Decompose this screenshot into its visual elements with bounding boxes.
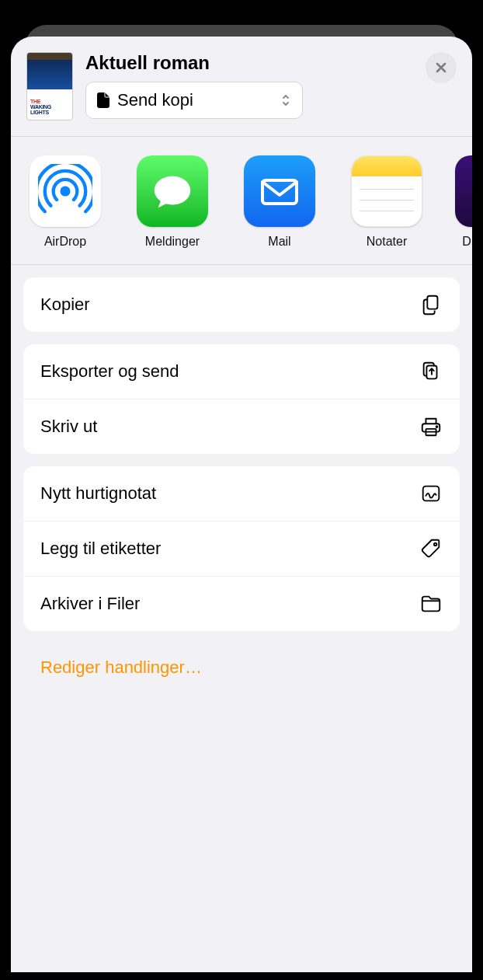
folder-icon: [419, 592, 443, 616]
share-target-notes[interactable]: Notater: [348, 155, 426, 249]
notes-icon: [351, 155, 422, 227]
share-target-next[interactable]: D: [455, 155, 472, 249]
svg-rect-2: [427, 296, 437, 309]
app-label: Meldinger: [145, 235, 200, 249]
header-main: Aktuell roman Send kopi: [85, 52, 457, 119]
print-icon: [419, 415, 443, 438]
actions-area: Kopier Eksporter og send: [11, 265, 472, 693]
svg-rect-1: [262, 180, 297, 204]
chevron-up-down-icon: [280, 92, 291, 108]
next-app-icon: [455, 155, 472, 227]
app-label: D: [462, 235, 471, 249]
action-save-files[interactable]: Arkiver i Filer: [23, 576, 460, 631]
app-label: Mail: [268, 235, 290, 249]
sheet-header: THEWAKINGLIGHTS Aktuell roman Send kopi: [11, 37, 472, 137]
dropdown-label: Send kopi: [117, 90, 273, 110]
airdrop-icon: [30, 155, 101, 227]
action-quicknote[interactable]: Nytt hurtignotat: [23, 466, 460, 521]
document-thumbnail: THEWAKINGLIGHTS: [26, 52, 73, 120]
action-label: Arkiver i Filer: [40, 594, 140, 614]
export-icon: [419, 360, 443, 383]
share-target-mail[interactable]: Mail: [241, 155, 318, 249]
sheet-title: Aktuell roman: [85, 52, 457, 74]
action-label: Skriv ut: [40, 417, 97, 437]
share-sheet: THEWAKINGLIGHTS Aktuell roman Send kopi: [11, 37, 472, 972]
action-label: Nytt hurtignotat: [40, 483, 156, 504]
close-button[interactable]: [426, 52, 457, 83]
quicknote-icon: [419, 482, 443, 505]
action-label: Legg til etiketter: [40, 539, 161, 559]
share-target-airdrop[interactable]: AirDrop: [26, 155, 104, 249]
mail-icon: [244, 155, 315, 227]
svg-point-6: [436, 426, 438, 427]
action-group: Eksporter og send Skriv ut: [23, 344, 460, 454]
app-targets-row: AirDrop Meldinger Mail: [11, 137, 472, 265]
action-tags[interactable]: Legg til etiketter: [23, 521, 460, 576]
document-icon: [97, 92, 109, 108]
share-mode-dropdown[interactable]: Send kopi: [85, 82, 303, 119]
action-export[interactable]: Eksporter og send: [23, 344, 460, 399]
action-label: Eksporter og send: [40, 361, 179, 382]
share-target-messages[interactable]: Meldinger: [134, 155, 211, 249]
action-group: Nytt hurtignotat Legg til etiketter Arki…: [23, 466, 460, 631]
action-print[interactable]: Skriv ut: [23, 399, 460, 454]
close-icon: [435, 61, 447, 74]
action-group: Kopier: [23, 277, 460, 332]
svg-point-8: [434, 543, 436, 546]
app-label: AirDrop: [44, 235, 86, 249]
svg-point-0: [60, 186, 70, 196]
svg-rect-7: [423, 487, 440, 501]
action-label: Kopier: [40, 295, 90, 315]
messages-icon: [137, 155, 208, 227]
app-label: Notater: [367, 235, 407, 249]
device-frame: THEWAKINGLIGHTS Aktuell roman Send kopi: [0, 0, 483, 980]
tag-icon: [419, 537, 443, 560]
edit-actions-link[interactable]: Rediger handlinger…: [23, 643, 460, 678]
copy-icon: [419, 293, 443, 316]
action-copy[interactable]: Kopier: [23, 277, 460, 332]
